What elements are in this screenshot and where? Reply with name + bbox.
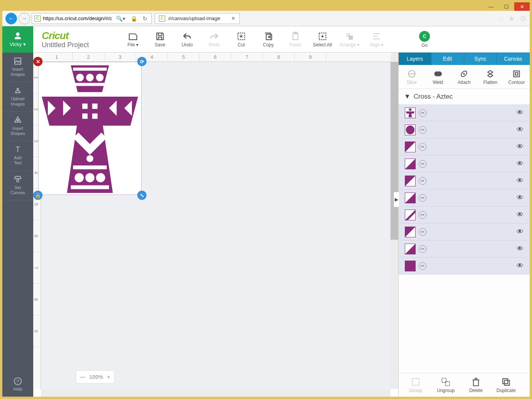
zoom-out-button[interactable]: — <box>80 374 85 380</box>
svg-point-20 <box>96 173 105 182</box>
cut-button[interactable]: ★ Cut <box>230 31 252 48</box>
window-close[interactable]: ✕ <box>514 2 530 11</box>
address-bar[interactable]: C 🔍▾ 🔒 ↻ <box>32 13 152 24</box>
help-button[interactable]: ? Help <box>2 373 33 397</box>
horizontal-scrollbar[interactable] <box>41 389 390 397</box>
scissors-icon[interactable]: ✂ <box>419 211 426 219</box>
layer-row[interactable]: ✂ 👁 <box>399 257 530 275</box>
scissors-icon[interactable]: ✂ <box>419 228 426 236</box>
layer-row[interactable]: ✂ 👁 <box>399 155 530 172</box>
layer-row[interactable]: ✂ 👁 <box>399 121 530 138</box>
layer-swatch[interactable] <box>405 261 416 271</box>
scissors-icon[interactable]: ✂ <box>419 143 426 151</box>
weld-button[interactable]: Weld <box>426 69 450 85</box>
ruler-tick: 9 <box>295 53 326 61</box>
browser-forward-button[interactable]: → <box>19 13 30 24</box>
cross-aztec-shape[interactable] <box>40 64 140 194</box>
canvas-surface[interactable]: ✕ ⟳ 🔓 ⤡ <box>41 62 390 389</box>
zoom-in-button[interactable]: + <box>107 374 110 380</box>
svg-point-18 <box>75 173 84 182</box>
svg-point-19 <box>85 173 95 182</box>
scissors-icon[interactable]: ✂ <box>419 194 426 202</box>
home-icon[interactable]: ⌂ <box>499 14 503 23</box>
attach-button[interactable]: Attach <box>452 69 476 85</box>
duplicate-button[interactable]: Duplicate <box>494 377 518 393</box>
layer-row[interactable]: ✂ 👁 <box>399 240 530 257</box>
window-minimize[interactable]: — <box>483 2 499 11</box>
search-dropdown-icon[interactable]: 🔍▾ <box>114 15 127 22</box>
scissors-icon[interactable]: ✂ <box>419 245 426 253</box>
document-title[interactable]: Untitled Project <box>42 41 111 49</box>
arrange-button: Arrange ▾ <box>339 31 360 48</box>
scissors-icon[interactable]: ✂ <box>419 177 426 185</box>
layer-swatch[interactable] <box>405 244 416 254</box>
panel-tab-canvas[interactable]: Canvas <box>497 53 530 65</box>
undo-button[interactable]: Undo <box>176 31 198 48</box>
sidebar-insert-shapes[interactable]: InsertShapes <box>2 112 33 141</box>
arrange-icon <box>344 31 355 41</box>
eye-icon[interactable]: 👁 <box>517 194 523 202</box>
url-input[interactable] <box>43 15 112 21</box>
layer-swatch[interactable] <box>405 159 416 169</box>
copy-button[interactable]: ★ Copy <box>257 31 279 48</box>
slice-button: Slice <box>400 69 423 85</box>
tab-close-icon[interactable]: ✕ <box>231 15 235 21</box>
layer-swatch[interactable] <box>405 124 416 135</box>
sidebar-add-text[interactable]: T AddText <box>2 141 33 171</box>
select-all-button[interactable]: Select All <box>312 31 333 48</box>
user-menu[interactable]: Vicky ▾ <box>2 26 33 53</box>
layer-swatch[interactable] <box>405 107 416 118</box>
scissors-icon[interactable]: ✂ <box>419 109 426 117</box>
file-button[interactable]: File ▾ <box>122 31 144 48</box>
layer-swatch[interactable] <box>405 210 416 220</box>
layer-swatch[interactable] <box>405 227 416 237</box>
eye-icon[interactable]: 👁 <box>517 211 523 219</box>
delete-button[interactable]: Delete <box>464 377 488 393</box>
sidebar-upload-images[interactable]: UploadImages <box>2 82 33 111</box>
browser-tab[interactable]: C #/canvas/upload-image ✕ <box>155 13 240 24</box>
layer-swatch[interactable] <box>405 142 416 152</box>
browser-back-button[interactable]: ← <box>5 13 17 24</box>
layer-row[interactable]: ✂ 👁 <box>399 206 530 223</box>
scissors-icon[interactable]: ✂ <box>419 160 426 168</box>
eye-icon[interactable]: 👁 <box>517 160 523 168</box>
eye-icon[interactable]: 👁 <box>517 245 523 253</box>
eye-icon[interactable]: 👁 <box>517 262 523 270</box>
scissors-icon[interactable]: ✂ <box>419 126 426 134</box>
canvas-area[interactable]: 123456789 123456789 ✕ ⟳ 🔓 ⤡ <box>33 53 398 397</box>
svg-text:T: T <box>15 145 20 153</box>
star-icon[interactable]: ★ <box>508 14 515 23</box>
selection-box[interactable]: ✕ ⟳ 🔓 ⤡ <box>38 62 142 195</box>
eye-icon[interactable]: 👁 <box>517 177 523 185</box>
layer-row[interactable]: ✂ 👁 <box>399 172 530 189</box>
eye-icon[interactable]: 👁 <box>517 143 523 151</box>
panel-collapse-handle[interactable]: ▶ <box>394 192 399 207</box>
panel-tab-sync[interactable]: Sync <box>464 53 497 65</box>
sidebar-set-canvas[interactable]: SetCanvas <box>2 171 33 200</box>
gear-icon[interactable]: ⚙ <box>520 14 527 23</box>
contour-button[interactable]: Contour <box>505 69 528 85</box>
sidebar-insert-images[interactable]: InsertImages <box>2 53 33 82</box>
flatten-button[interactable]: Flatten <box>479 69 502 85</box>
save-button[interactable]: Save <box>149 31 171 48</box>
eye-icon[interactable]: 👁 <box>517 109 523 117</box>
go-button[interactable]: C Go <box>414 31 435 48</box>
scissors-icon[interactable]: ✂ <box>419 262 426 270</box>
vertical-scrollbar[interactable] <box>390 53 398 389</box>
layer-row[interactable]: ✂ 👁 <box>399 138 530 155</box>
eye-icon[interactable]: 👁 <box>517 228 523 236</box>
refresh-icon[interactable]: ↻ <box>141 15 149 22</box>
ungroup-button[interactable]: Ungroup <box>434 377 457 393</box>
layer-row[interactable]: ✂ 👁 <box>399 223 530 240</box>
undo-icon <box>182 31 192 41</box>
eye-icon[interactable]: 👁 <box>517 126 523 134</box>
panel-tab-edit[interactable]: Edit <box>431 53 464 65</box>
layer-swatch[interactable] <box>405 176 416 186</box>
layer-row[interactable]: ✂ 👁 <box>399 104 530 121</box>
panel-tab-layers[interactable]: Layers <box>399 53 431 65</box>
layer-swatch[interactable] <box>405 193 416 203</box>
window-maximize[interactable]: ☐ <box>499 2 514 11</box>
layer-group-header[interactable]: ▼ Cross - Aztec <box>399 89 530 104</box>
layer-row[interactable]: ✂ 👁 <box>399 189 530 206</box>
paste-button: Paste <box>285 31 306 48</box>
